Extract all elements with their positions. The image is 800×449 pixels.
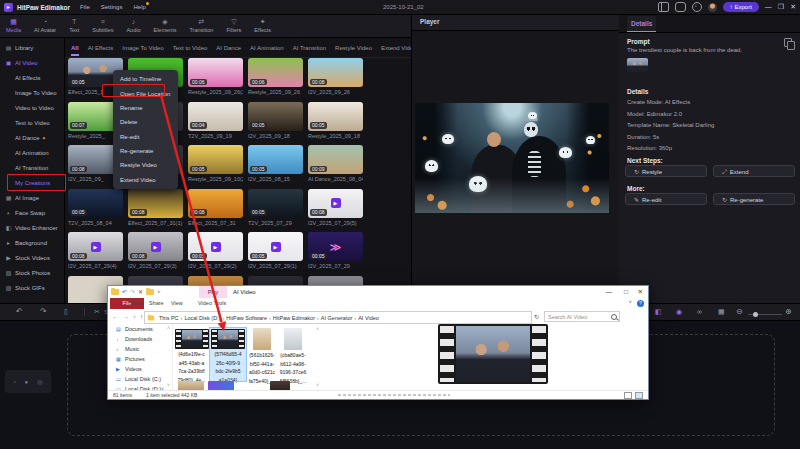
nav-item-videos[interactable]: ▶Videos bbox=[108, 364, 172, 374]
zoom-out-icon[interactable]: ⊖ bbox=[736, 307, 743, 317]
video-thumbnail[interactable]: 00:05 bbox=[248, 189, 303, 218]
back-icon[interactable]: ← bbox=[112, 313, 119, 320]
video-thumbnail[interactable]: 00:05 bbox=[68, 189, 123, 218]
video-thumbnail[interactable]: 00:09 bbox=[308, 145, 363, 174]
video-thumbnail[interactable]: 00:05 bbox=[188, 145, 243, 174]
tab-ai-transition[interactable]: AI Transition bbox=[293, 45, 326, 51]
qat-dropdown-icon[interactable]: ˅ bbox=[157, 286, 161, 298]
sidebar-item-ai-image[interactable]: ▦AI Image bbox=[0, 190, 64, 205]
forward-icon[interactable]: → bbox=[123, 313, 130, 320]
file-item[interactable]: {4d6e1f9e-ca45-43ab-a7ca-2a39bff79d80}_4… bbox=[174, 328, 209, 381]
details-view-icon[interactable] bbox=[624, 392, 632, 399]
download-update-icon[interactable] bbox=[692, 2, 702, 12]
snap-icon[interactable]: ◧ bbox=[655, 307, 662, 317]
video-thumbnail[interactable]: 00:08 bbox=[128, 189, 183, 218]
sidebar-item-stock-videos[interactable]: ▶Stock Videos bbox=[0, 250, 64, 265]
tab-ai-animation[interactable]: AI Animation bbox=[250, 45, 284, 51]
tab-text-to-video[interactable]: Text to Video bbox=[173, 45, 208, 51]
tab-all[interactable]: All bbox=[71, 45, 79, 51]
ribbon-tab-share[interactable]: Share bbox=[149, 298, 164, 309]
sidebar-item-background[interactable]: ▸Background bbox=[0, 235, 64, 250]
grid-item[interactable]: 00:08Effect_2025_07_31(1) bbox=[128, 189, 183, 233]
explorer-minimize-button[interactable]: — bbox=[606, 286, 613, 298]
zoom-slider-knob[interactable] bbox=[753, 312, 758, 317]
sidebar-item-stock-photos[interactable]: ▧Stock Photos bbox=[0, 265, 64, 280]
grid-item[interactable]: 00:04T2V_2025_09_19 bbox=[188, 102, 243, 146]
search-input[interactable]: Search AI Video bbox=[544, 311, 620, 322]
explorer-delete-icon[interactable]: ✕ bbox=[138, 286, 143, 298]
grid-item[interactable]: 00:08Effect_2025_07_31 bbox=[188, 189, 243, 233]
video-thumbnail[interactable]: ▶00:08 bbox=[308, 189, 363, 218]
sidebar-item-stock-gifs[interactable]: ▨Stock GIFs bbox=[0, 280, 64, 295]
prompt-thumbnail[interactable] bbox=[627, 58, 648, 72]
menu-file[interactable]: File bbox=[80, 4, 90, 10]
context-menu-delete[interactable]: Delete bbox=[113, 119, 178, 125]
grid-item[interactable]: ▶00:08I2V_2025_07_29(5) bbox=[308, 189, 363, 233]
restyle-button[interactable]: ↻Restyle bbox=[625, 165, 707, 177]
video-thumbnail[interactable]: ≫00:05 bbox=[308, 232, 363, 261]
file-item-selected[interactable]: {57f46d65-426c-40f9-9bdc-2fe9b5a1a034} bbox=[210, 328, 246, 381]
tab-ai-effects[interactable]: AI Effects bbox=[88, 45, 114, 51]
export-button[interactable]: ↑ Export bbox=[723, 2, 759, 12]
re-generate-button[interactable]: ↻Re-generate bbox=[713, 193, 795, 205]
grid-item[interactable]: 00:06Restyle_2025_09_26 bbox=[248, 58, 303, 102]
file-item[interactable]: {561b1626-bf50-441a-a0d0-c621cfa75e40}_.… bbox=[247, 328, 277, 381]
tab-ai-dance[interactable]: AI Dance bbox=[216, 45, 241, 51]
copy-icon[interactable] bbox=[784, 38, 792, 47]
up-icon[interactable]: ↑ bbox=[140, 313, 143, 320]
grid-item[interactable]: 00:05T2V_2025_07_29 bbox=[248, 189, 303, 233]
explorer-undo-icon[interactable]: ↶ bbox=[122, 286, 127, 298]
sidebar-item-text-to-video[interactable]: Text to Video bbox=[0, 115, 64, 130]
grid-item[interactable]: ▶00:08I2V_2025_07_29(4) bbox=[68, 232, 123, 276]
sidebar-item-image-to-video[interactable]: Image To Video bbox=[0, 85, 64, 100]
breadcrumb-ai-generator[interactable]: AI Generator bbox=[321, 315, 353, 321]
sidebar-item-ai-animation[interactable]: AI Animation bbox=[0, 145, 64, 160]
toolbar-effects[interactable]: ✦Effects bbox=[254, 18, 271, 33]
menu-help[interactable]: Help bbox=[133, 4, 145, 10]
context-menu-extend-video[interactable]: Extend Video bbox=[113, 177, 178, 183]
video-thumbnail[interactable]: 00:06 bbox=[188, 58, 243, 87]
toolbar-audio[interactable]: ♪Audio bbox=[126, 18, 140, 33]
grid-item[interactable]: 00:05Restyle_2025_09_10(2) bbox=[188, 145, 243, 189]
video-thumbnail[interactable]: 00:05 bbox=[248, 145, 303, 174]
breadcrumb-hitpaw-software[interactable]: HitPaw Software bbox=[226, 315, 267, 321]
track-options-icon[interactable]: ◎ bbox=[37, 378, 42, 385]
explorer-play-contextual-tab[interactable]: Play bbox=[199, 286, 227, 298]
sidebar-item-video-to-video[interactable]: Video to Video bbox=[0, 100, 64, 115]
video-thumbnail[interactable]: 00:06 bbox=[248, 58, 303, 87]
toolbar-filters[interactable]: ▽Filters bbox=[226, 18, 241, 33]
workspace-layout-icon[interactable] bbox=[658, 2, 669, 12]
ribbon-tab-home[interactable]: Home bbox=[128, 298, 143, 309]
video-thumbnail[interactable]: ▶00:05 bbox=[188, 232, 243, 261]
close-button[interactable]: ✕ bbox=[790, 0, 796, 14]
sidebar-item-video-enhancer[interactable]: ◧Video Enhancer bbox=[0, 220, 64, 235]
ribbon-tab-view[interactable]: View bbox=[171, 298, 183, 309]
video-thumbnail[interactable]: 00:05 bbox=[248, 102, 303, 131]
ribbon-collapse-icon[interactable]: ˅ bbox=[628, 299, 632, 305]
track-record-icon[interactable]: ● bbox=[25, 379, 29, 385]
context-menu-add-to-timeline[interactable]: Add to Timeline bbox=[113, 76, 178, 82]
context-menu-re-edit[interactable]: Re-edit bbox=[113, 134, 178, 140]
user-avatar[interactable] bbox=[708, 3, 717, 12]
extend-button[interactable]: ⤢Extend bbox=[713, 165, 795, 177]
nav-item-downloads[interactable]: ↓Downloads bbox=[108, 334, 172, 344]
chain-icon[interactable]: ∞ bbox=[697, 307, 702, 317]
breadcrumb-hitpaw-edimakor[interactable]: HitPaw Edimakor bbox=[273, 315, 315, 321]
video-thumbnail[interactable]: ▶00:05 bbox=[248, 232, 303, 261]
history-dropdown-icon[interactable]: ˅ bbox=[133, 314, 136, 320]
sidebar-item-face-swap[interactable]: ◐Face Swap bbox=[0, 205, 64, 220]
breadcrumb[interactable]: This PC›Local Disk (D:)›HitPaw Software›… bbox=[144, 311, 532, 324]
toolbar-elements[interactable]: ◈Elements bbox=[153, 18, 176, 33]
track-toggle-icon[interactable]: ▫ bbox=[13, 379, 15, 385]
toolbar-transition[interactable]: ⇄Transition bbox=[189, 18, 213, 33]
explorer-redo-icon[interactable]: ↷ bbox=[130, 286, 135, 298]
zoom-in-icon[interactable]: ⊕ bbox=[785, 307, 792, 317]
breadcrumb-local-disk-d[interactable]: Local Disk (D:) bbox=[184, 315, 220, 321]
restore-button[interactable]: ❐ bbox=[778, 0, 784, 14]
context-menu-rename[interactable]: Rename bbox=[113, 105, 178, 111]
grid-item[interactable]: ▶00:05I2V_2025_07_29(2) bbox=[188, 232, 243, 276]
grid-item[interactable]: ▶00:08I2V_2025_07_29(3) bbox=[128, 232, 183, 276]
video-thumbnail[interactable]: ▶00:08 bbox=[68, 232, 123, 261]
nav-item-documents[interactable]: ▤Documents bbox=[108, 324, 172, 334]
file-item[interactable]: {cba80ae5-b612-4a98-9196-37ce66f5638b}_.… bbox=[278, 328, 308, 381]
